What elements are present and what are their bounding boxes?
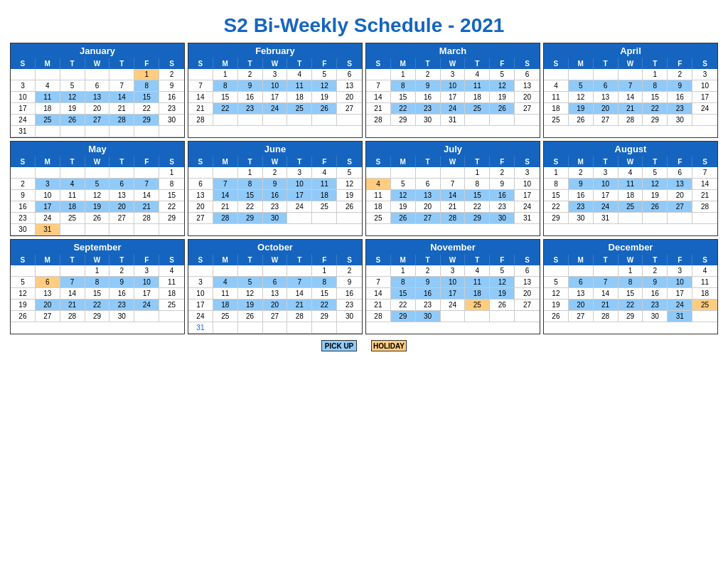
month-february: FebruarySMTWTFS1234567891011121314151617… — [188, 43, 363, 138]
day-cell: 6 — [515, 265, 540, 277]
month-header: October — [188, 240, 362, 255]
day-cell: 31 — [188, 322, 213, 334]
day-cell: 15 — [312, 288, 337, 300]
month-september: SeptemberSMTWTFS123456789101112131415161… — [10, 239, 185, 334]
day-cell: 29 — [643, 115, 668, 126]
day-cell: 9 — [159, 80, 184, 92]
day-header: S — [692, 157, 717, 167]
day-header: S — [11, 157, 36, 167]
day-cell: 9 — [569, 179, 594, 190]
month-october: OctoberSMTWTFS12345678910111213141516171… — [188, 239, 363, 334]
day-cell: 2 — [490, 167, 515, 179]
day-cell — [263, 322, 288, 334]
day-cell: 28 — [366, 311, 391, 322]
day-cell — [60, 167, 85, 179]
day-cell — [312, 213, 337, 224]
day-cell: 24 — [263, 103, 288, 115]
day-cell: 21 — [594, 300, 619, 311]
day-cell: 9 — [416, 80, 441, 92]
day-cell: 15 — [391, 92, 416, 103]
month-header: March — [366, 43, 540, 58]
day-header: F — [134, 255, 159, 265]
day-header: F — [312, 58, 337, 69]
day-header: W — [263, 157, 288, 167]
day-cell: 3 — [515, 167, 540, 179]
day-cell: 21 — [441, 201, 466, 213]
day-cell: 1 — [643, 69, 668, 80]
day-cell: 15 — [159, 190, 184, 201]
day-cell: 2 — [643, 265, 668, 277]
day-cell: 1 — [134, 69, 159, 80]
day-cell: 6 — [337, 69, 362, 80]
day-cell — [60, 126, 85, 137]
day-cell — [11, 69, 36, 80]
day-cell: 22 — [85, 300, 110, 311]
day-cell: 30 — [490, 213, 515, 224]
day-cell — [366, 69, 391, 80]
day-cell: 25 — [692, 300, 717, 311]
day-cell: 25 — [213, 311, 238, 322]
month-header: August — [544, 142, 717, 157]
day-cell: 25 — [312, 201, 337, 213]
day-cell: 28 — [188, 115, 213, 126]
day-cell: 23 — [109, 300, 134, 311]
day-cell: 13 — [515, 80, 540, 92]
day-cell: 4 — [544, 80, 569, 92]
day-cell: 9 — [668, 80, 692, 92]
day-cell: 29 — [391, 311, 416, 322]
day-cell: 1 — [159, 167, 184, 179]
day-cell: 5 — [337, 167, 362, 179]
day-cell: 26 — [490, 300, 515, 311]
day-cell: 20 — [668, 190, 692, 201]
day-header: T — [465, 255, 490, 265]
day-cell: 9 — [643, 277, 668, 288]
day-cell: 17 — [134, 288, 159, 300]
days-grid: 1234567891011121314151617181920212223242… — [366, 265, 540, 322]
day-header: M — [391, 255, 416, 265]
day-cell: 24 — [515, 201, 540, 213]
day-cell: 13 — [85, 92, 110, 103]
day-cell: 31 — [441, 115, 466, 126]
day-cell: 29 — [465, 213, 490, 224]
day-cell: 6 — [36, 277, 60, 288]
day-cell — [544, 69, 569, 80]
day-cell: 11 — [465, 80, 490, 92]
day-header: S — [515, 58, 540, 69]
day-cell: 18 — [159, 288, 184, 300]
day-cell: 28 — [60, 311, 85, 322]
day-cell: 30 — [109, 311, 134, 322]
day-cell: 8 — [85, 277, 110, 288]
day-cell: 2 — [569, 167, 594, 179]
day-cell: 14 — [366, 288, 391, 300]
day-cell: 11 — [213, 288, 238, 300]
day-cell: 15 — [85, 288, 110, 300]
day-cell: 27 — [594, 115, 619, 126]
day-cell: 29 — [312, 311, 337, 322]
day-cell: 29 — [85, 311, 110, 322]
day-cell: 23 — [11, 213, 36, 224]
day-cell: 8 — [134, 80, 159, 92]
day-cell: 2 — [263, 167, 288, 179]
day-cell: 20 — [569, 300, 594, 311]
day-cell: 29 — [544, 213, 569, 224]
day-header: W — [85, 157, 110, 167]
day-header: F — [668, 157, 692, 167]
day-cell: 13 — [569, 288, 594, 300]
day-cell: 31 — [11, 126, 36, 137]
day-cell — [692, 115, 717, 126]
day-cell: 26 — [238, 311, 263, 322]
day-cell: 26 — [490, 103, 515, 115]
day-header: W — [619, 58, 643, 69]
day-cell: 12 — [544, 288, 569, 300]
day-cell: 10 — [287, 179, 312, 190]
day-cell: 27 — [109, 213, 134, 224]
day-header: S — [11, 255, 36, 265]
day-cell — [109, 224, 134, 235]
day-cell — [515, 115, 540, 126]
day-cell: 8 — [643, 80, 668, 92]
page-title: S2 Bi-Weekly Schedule - 2021 — [7, 7, 721, 43]
day-cell: 5 — [238, 277, 263, 288]
day-cell — [312, 322, 337, 334]
day-cell: 7 — [188, 80, 213, 92]
day-cell — [238, 265, 263, 277]
